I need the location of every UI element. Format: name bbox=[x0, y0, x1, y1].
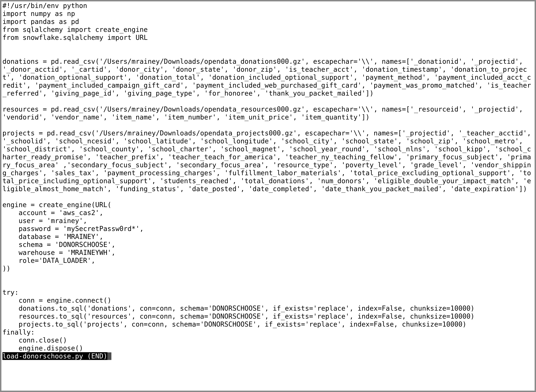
terminal-cursor bbox=[107, 352, 111, 360]
pager-status-line: load-donorschoose.py (END) bbox=[2, 352, 534, 360]
terminal-pager-frame: #!/usr/bin/env python import numpy as np… bbox=[0, 0, 536, 392]
pager-filename: load-donorschoose.py bbox=[2, 352, 83, 360]
pager-status-text: load-donorschoose.py (END) bbox=[2, 352, 107, 360]
pager-end-marker: (END) bbox=[87, 352, 107, 360]
code-block[interactable]: #!/usr/bin/env python import numpy as np… bbox=[2, 2, 534, 352]
